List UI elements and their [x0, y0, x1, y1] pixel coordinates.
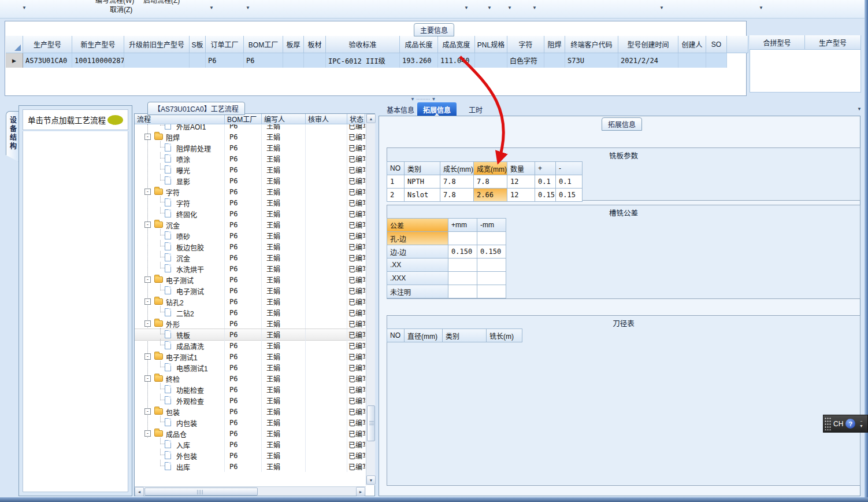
horizontal-scroll-thumb[interactable] — [144, 488, 258, 496]
process-row[interactable]: -电子测试1P6王娟已编写 — [135, 351, 365, 362]
main-col-header[interactable]: SO — [706, 36, 727, 53]
vertical-scroll-thumb[interactable] — [367, 405, 375, 441]
process-row[interactable]: -成品仓P6王娟已编写 — [135, 428, 365, 439]
main-cell[interactable]: S73U — [565, 53, 618, 68]
main-cell[interactable]: 10011000028797 — [72, 53, 124, 68]
table-cell[interactable] — [477, 232, 506, 245]
expand-collapse-box[interactable]: - — [144, 276, 151, 283]
scroll-right-button[interactable]: ► — [356, 487, 365, 496]
main-cell[interactable] — [304, 53, 326, 68]
main-cell[interactable] — [544, 53, 565, 68]
dropdown-arrow-icon[interactable]: ▼ — [532, 6, 537, 10]
table-cell[interactable]: 0.150 — [477, 245, 506, 259]
merge-col-header[interactable]: 生产型号 — [805, 35, 861, 50]
process-col-header[interactable]: BOM工厂 — [225, 114, 262, 124]
process-row[interactable]: 功能检查P6王娟已编写 — [135, 384, 365, 395]
dropdown-arrow-icon[interactable]: ▼ — [507, 6, 512, 10]
process-row[interactable]: -沉金P6王娟已编写 — [135, 219, 365, 230]
row-marker-icon[interactable]: ▶ — [6, 53, 23, 68]
dropdown-arrow-icon[interactable]: ▼ — [759, 6, 763, 10]
main-col-header[interactable]: 型号创建时间 — [618, 36, 678, 53]
main-cell[interactable]: IPC-6012 III级 — [326, 53, 400, 68]
main-col-header[interactable]: 字符 — [507, 36, 544, 53]
langbar-options-icon[interactable]: ▼ — [858, 424, 865, 429]
main-cell[interactable]: AS73U01CA0 — [23, 53, 72, 68]
table-cell[interactable] — [477, 285, 506, 298]
process-row[interactable]: 内包装P6王娟已编写 — [135, 417, 365, 428]
table-cell[interactable]: 12 — [507, 189, 535, 202]
process-row[interactable]: 曝光P6王娟已编写 — [135, 164, 365, 175]
process-row[interactable]: 成品清洗P6王娟已编写 — [135, 340, 365, 351]
table-cell[interactable]: 2.66 — [474, 189, 507, 202]
process-row[interactable]: 喷涂P6王娟已编写 — [135, 153, 365, 164]
dropdown-arrow-icon[interactable]: ▼ — [659, 6, 664, 10]
process-row[interactable]: 阻焊前处理P6王娟已编写 — [135, 142, 365, 153]
main-cell[interactable]: 2021/2/24 — [618, 53, 678, 68]
main-col-header[interactable]: 升级前旧生产型号 — [124, 36, 190, 53]
main-cell[interactable] — [283, 53, 304, 68]
table-cell[interactable] — [448, 285, 477, 298]
table-cell[interactable]: 7.8 — [440, 175, 474, 189]
vertical-scrollbar[interactable]: ▲ ▼ — [366, 114, 375, 485]
main-col-header[interactable]: 验收标准 — [326, 36, 400, 53]
expand-collapse-box[interactable]: - — [144, 134, 151, 140]
main-cell[interactable]: 193.260 — [400, 53, 438, 68]
main-col-header[interactable]: 生产型号 — [23, 36, 72, 53]
process-row[interactable]: 显影P6王娟已编写 — [135, 175, 365, 186]
table-cell[interactable]: Nslot — [405, 189, 440, 202]
expand-collapse-box[interactable]: - — [144, 320, 151, 327]
process-row[interactable]: -终检P6王娟已编写 — [135, 373, 365, 384]
table-cell[interactable] — [477, 272, 506, 285]
scroll-left-button[interactable]: ◄ — [135, 487, 144, 496]
scroll-down-button[interactable]: ▼ — [366, 475, 376, 485]
main-cell[interactable]: P6 — [206, 53, 244, 68]
main-info-table-row[interactable]: ▶AS73U01CA010011000028797P6P6IPC-6012 II… — [6, 53, 727, 68]
process-row[interactable]: 入库P6王娟已编写 — [135, 439, 365, 450]
table-cell[interactable]: 1 — [387, 175, 405, 189]
table-cell[interactable] — [448, 272, 477, 285]
process-row[interactable]: 铣板P6王娟已编写 — [135, 329, 365, 340]
main-col-header[interactable]: 板材 — [304, 36, 326, 53]
tab-basic-info[interactable]: 基本信息 — [381, 102, 420, 116]
main-col-header[interactable]: 创建人 — [678, 36, 706, 53]
dropdown-arrow-icon[interactable]: ▼ — [246, 6, 250, 10]
process-row[interactable]: 沉金P6王娟已编写 — [135, 252, 365, 263]
process-row[interactable]: 外层AOI1P6王娟已编写 — [135, 124, 365, 131]
language-indicator[interactable]: CH — [833, 420, 843, 428]
process-row[interactable]: 字符P6王娟已编写 — [135, 197, 365, 208]
merge-col-header[interactable]: 合拼型号 — [750, 35, 805, 50]
process-row[interactable]: -外形P6王娟已编写 — [135, 318, 365, 329]
table-cell[interactable]: 0.15 — [556, 189, 583, 202]
main-cell[interactable]: 白色字符 — [507, 53, 544, 68]
expand-collapse-box[interactable]: - — [144, 353, 151, 360]
dropdown-arrow-icon[interactable]: ▼ — [464, 6, 469, 10]
horizontal-scrollbar[interactable]: ◄ ► — [135, 486, 366, 496]
process-row[interactable]: -钻孔2P6王娟已编写 — [135, 296, 365, 307]
process-row[interactable]: 二钻2P6王娟已编写 — [135, 307, 365, 318]
process-row[interactable]: 电子测试P6王娟已编写 — [135, 285, 365, 296]
main-cell[interactable] — [706, 53, 727, 68]
process-col-header[interactable]: 流程 — [135, 114, 225, 124]
table-cell[interactable]: 0.1 — [556, 175, 583, 189]
device-tree-area[interactable] — [23, 131, 128, 492]
table-cell[interactable] — [448, 232, 477, 245]
expand-collapse-box[interactable]: - — [144, 408, 151, 415]
process-row[interactable]: 外观检查P6王娟已编写 — [135, 395, 365, 406]
expand-collapse-box[interactable]: - — [144, 222, 151, 228]
expand-collapse-box[interactable]: - — [144, 298, 151, 305]
main-col-header[interactable]: S板 — [190, 36, 206, 53]
process-row[interactable]: 终固化P6王娟已编写 — [135, 208, 365, 219]
main-col-header[interactable]: 订单工厂 — [206, 36, 244, 53]
tab-overflow-dropdown-icon[interactable]: ▼ — [857, 107, 862, 112]
process-row[interactable]: -字符P6王娟已编写 — [135, 186, 365, 197]
process-row[interactable]: 喷砂P6王娟已编写 — [135, 230, 365, 241]
dropdown-arrow-icon[interactable]: ▼ — [22, 6, 27, 10]
process-col-header[interactable]: 核审人 — [306, 114, 347, 124]
expand-collapse-box[interactable]: - — [144, 189, 151, 195]
help-icon[interactable]: ? — [845, 419, 855, 429]
langbar-minimize-icon[interactable]: − — [858, 419, 865, 424]
process-row[interactable]: 电感测试1P6王娟已编写 — [135, 362, 365, 373]
table-cell[interactable]: 0.1 — [535, 175, 556, 189]
tab-work-hours[interactable]: 工时 — [463, 102, 488, 116]
table-cell[interactable]: 12 — [507, 175, 535, 189]
